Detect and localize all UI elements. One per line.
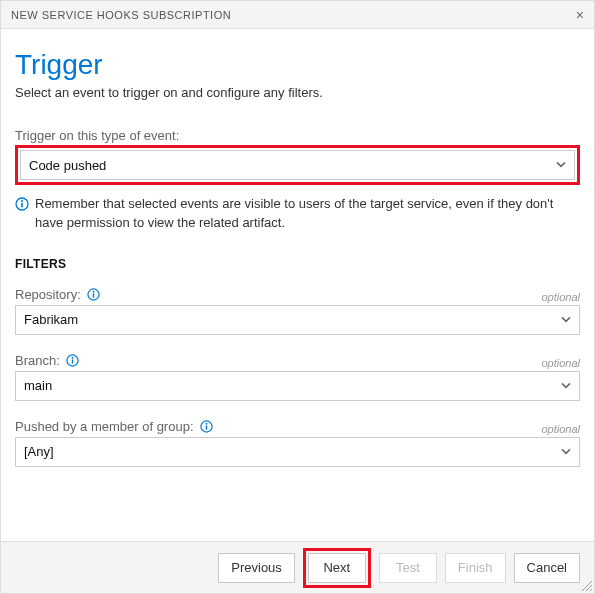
svg-rect-4 [93, 293, 94, 297]
svg-rect-7 [72, 359, 73, 363]
close-icon[interactable]: × [576, 7, 584, 23]
event-info-text: Remember that selected events are visibl… [35, 195, 580, 233]
branch-value: main [24, 378, 52, 393]
svg-point-5 [93, 290, 95, 292]
dialog-content: Trigger Select an event to trigger on an… [1, 29, 594, 467]
cancel-button[interactable]: Cancel [514, 553, 580, 583]
pushed-by-filter: Pushed by a member of group: optional [A… [15, 417, 580, 467]
svg-point-8 [72, 356, 74, 358]
next-button[interactable]: Next [308, 553, 366, 583]
page-title: Trigger [15, 49, 580, 81]
repository-select[interactable]: Fabrikam [15, 305, 580, 335]
optional-label: optional [541, 357, 580, 369]
repository-value: Fabrikam [24, 312, 78, 327]
pushed-by-select[interactable]: [Any] [15, 437, 580, 467]
svg-point-11 [206, 422, 208, 424]
event-type-label: Trigger on this type of event: [15, 128, 580, 143]
branch-select[interactable]: main [15, 371, 580, 401]
event-type-highlight: Code pushed [15, 145, 580, 185]
pushed-by-label: Pushed by a member of group: [15, 417, 213, 435]
help-icon[interactable] [200, 420, 213, 433]
event-type-select-wrap: Code pushed [20, 150, 575, 180]
optional-label: optional [541, 423, 580, 435]
svg-line-14 [590, 589, 592, 591]
page-subtitle: Select an event to trigger on and config… [15, 85, 580, 100]
repository-filter: Repository: optional Fabrikam [15, 285, 580, 335]
event-type-value: Code pushed [29, 158, 106, 173]
test-button: Test [379, 553, 437, 583]
dialog-title: NEW SERVICE HOOKS SUBSCRIPTION [11, 9, 231, 21]
event-type-select[interactable]: Code pushed [20, 150, 575, 180]
optional-label: optional [541, 291, 580, 303]
branch-label: Branch: [15, 351, 79, 369]
branch-filter: Branch: optional main [15, 351, 580, 401]
info-icon [15, 197, 29, 217]
resize-grip-icon[interactable] [579, 578, 593, 592]
repository-label: Repository: [15, 285, 100, 303]
finish-button: Finish [445, 553, 506, 583]
help-icon[interactable] [87, 288, 100, 301]
svg-point-2 [21, 200, 23, 202]
svg-rect-10 [206, 425, 207, 429]
svg-rect-1 [21, 203, 23, 208]
help-icon[interactable] [66, 354, 79, 367]
dialog-header: NEW SERVICE HOOKS SUBSCRIPTION × [1, 1, 594, 29]
previous-button[interactable]: Previous [218, 553, 295, 583]
pushed-by-value: [Any] [24, 444, 54, 459]
dialog-footer: Previous Next Test Finish Cancel [1, 541, 594, 593]
next-button-highlight: Next [303, 548, 371, 588]
event-info: Remember that selected events are visibl… [15, 195, 580, 233]
filters-heading: FILTERS [15, 257, 580, 271]
